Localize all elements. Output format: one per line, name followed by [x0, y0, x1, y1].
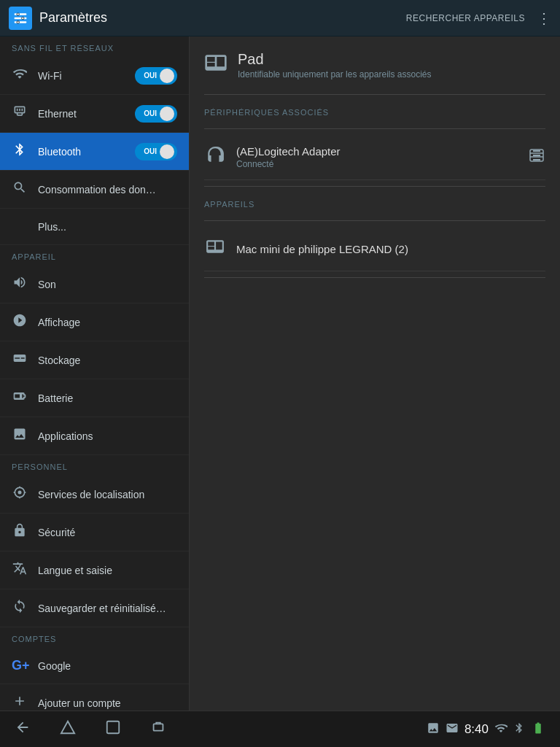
headphones-icon [204, 146, 226, 169]
svg-point-17 [18, 491, 22, 495]
ethernet-icon [12, 104, 28, 123]
screenshot-button[interactable] [150, 719, 166, 739]
svg-point-6 [17, 13, 19, 15]
son-label: Son [38, 279, 177, 290]
settings-app-icon [9, 7, 32, 30]
stockage-label: Stockage [38, 355, 177, 366]
backup-icon [12, 599, 28, 617]
device-description: Identifiable uniquement par les appareil… [238, 69, 432, 80]
sidebar-item-bluetooth[interactable]: Bluetooth OUI [0, 133, 189, 171]
bottom-bar: 8:40 [0, 711, 560, 747]
logitech-status: Connecté [236, 159, 518, 169]
logitech-settings-icon[interactable] [528, 147, 545, 168]
svg-rect-27 [154, 724, 163, 730]
sidebar-item-more[interactable]: Plus... [0, 209, 189, 245]
divider-1 [204, 94, 545, 95]
device-info: Pad Identifiable uniquement par les appa… [238, 51, 432, 80]
laptop-icon [204, 237, 226, 260]
sidebar: SANS FIL ET RÉSEAUX Wi-Fi OUI [0, 36, 190, 711]
google-label: Google [38, 660, 177, 672]
search-devices-button[interactable]: RECHERCHER APPAREILS [406, 13, 525, 23]
display-icon [12, 313, 28, 331]
sidebar-item-stockage[interactable]: Stockage [0, 341, 189, 379]
ajouter-label: Ajouter un compte [38, 697, 177, 709]
ethernet-label: Ethernet [38, 108, 125, 120]
language-icon [12, 561, 28, 579]
battery-icon [12, 389, 28, 407]
location-icon [12, 485, 28, 503]
svg-rect-0 [15, 13, 27, 15]
sidebar-item-batterie[interactable]: Batterie [0, 379, 189, 417]
sidebar-item-affichage[interactable]: Affichage [0, 303, 189, 341]
svg-rect-1 [15, 17, 27, 19]
image-icon [427, 721, 440, 738]
ethernet-toggle[interactable]: OUI [135, 105, 177, 123]
recents-button[interactable] [105, 719, 121, 739]
google-icon: G+ [12, 658, 28, 673]
sidebar-item-ethernet[interactable]: Ethernet OUI [0, 95, 189, 133]
applications-label: Applications [38, 430, 177, 442]
section-label-reseau: SANS FIL ET RÉSEAUX [0, 36, 189, 57]
sidebar-item-langue[interactable]: Langue et saisie [0, 551, 189, 589]
affichage-label: Affichage [38, 317, 177, 328]
device-name: Pad [238, 51, 432, 68]
svg-rect-13 [17, 109, 18, 111]
battery-status-icon [531, 721, 545, 738]
svg-point-8 [17, 21, 19, 23]
ethernet-toggle-knob [160, 107, 174, 121]
wifi-toggle[interactable]: OUI [135, 67, 177, 85]
bluetooth-toggle[interactable]: OUI [135, 143, 177, 160]
wifi-status-icon [494, 721, 508, 738]
sidebar-item-son[interactable]: Son [0, 266, 189, 303]
svg-rect-26 [107, 721, 120, 734]
bluetooth-status-icon [513, 721, 525, 738]
svg-marker-25 [61, 721, 74, 734]
top-bar-left: Paramètres [9, 7, 406, 30]
apps-icon [12, 427, 28, 445]
top-bar: Paramètres RECHERCHER APPAREILS ⋮ [0, 0, 560, 36]
logitech-device-item[interactable]: (AE)Logitech Adapter Connecté [204, 135, 545, 180]
section-title-appareils: APPAREILS [204, 193, 545, 214]
more-label: Plus... [38, 221, 177, 233]
content-area: Pad Identifiable uniquement par les appa… [190, 36, 560, 711]
bluetooth-label: Bluetooth [38, 146, 125, 158]
langue-label: Langue et saisie [38, 565, 177, 576]
sidebar-item-localisation[interactable]: Services de localisation [0, 476, 189, 514]
bottom-nav [15, 719, 166, 739]
divider-4 [204, 220, 545, 221]
sidebar-item-wifi[interactable]: Wi-Fi OUI [0, 57, 189, 95]
sidebar-item-applications[interactable]: Applications [0, 417, 189, 455]
sidebar-item-data[interactable]: Consommation des don… [0, 171, 189, 209]
back-button[interactable] [15, 719, 31, 739]
data-icon [12, 180, 28, 198]
section-label-personnel: PERSONNEL [0, 455, 189, 476]
svg-point-7 [22, 17, 24, 19]
section-label-appareil: APPAREIL [0, 245, 189, 266]
storage-icon [12, 351, 28, 369]
app-title: Paramètres [39, 10, 107, 26]
svg-rect-14 [19, 109, 20, 111]
main-layout: SANS FIL ET RÉSEAUX Wi-Fi OUI [0, 36, 560, 711]
sound-icon [12, 275, 28, 293]
section-title-peripheriques: PÉRIPHÉRIQUES ASSOCIÉS [204, 101, 545, 123]
logitech-name: (AE)Logitech Adapter [236, 145, 518, 158]
status-bar: 8:40 [427, 721, 545, 738]
securite-label: Sécurité [38, 527, 177, 538]
macmini-device-item[interactable]: Mac mini de philippe LEGRAND (2) [204, 227, 545, 271]
wifi-icon [12, 66, 28, 85]
sidebar-item-ajouter[interactable]: Ajouter un compte [0, 684, 189, 711]
wifi-toggle-knob [160, 69, 174, 83]
logitech-info: (AE)Logitech Adapter Connecté [236, 145, 518, 169]
top-bar-right: RECHERCHER APPAREILS ⋮ [406, 9, 551, 27]
divider-5 [204, 277, 545, 278]
sidebar-item-sauvegarder[interactable]: Sauvegarder et réinitialisé… [0, 589, 189, 627]
more-options-button[interactable]: ⋮ [537, 9, 551, 27]
svg-rect-2 [15, 21, 27, 23]
batterie-label: Batterie [38, 392, 177, 404]
home-button[interactable] [60, 719, 76, 739]
divider-3 [204, 186, 545, 187]
sidebar-item-google[interactable]: G+ Google [0, 648, 189, 684]
sidebar-item-securite[interactable]: Sécurité [0, 514, 189, 551]
mail-icon [446, 721, 459, 738]
divider-2 [204, 128, 545, 129]
